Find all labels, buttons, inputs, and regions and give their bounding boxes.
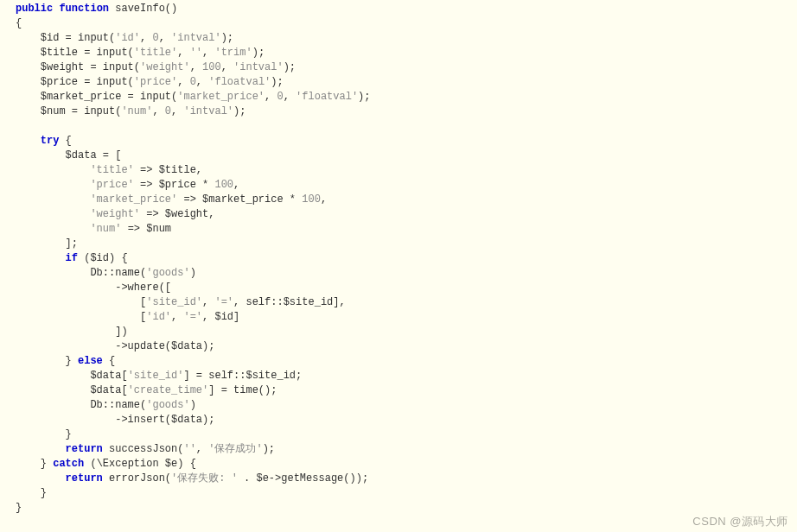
txt: } xyxy=(16,487,47,499)
txt xyxy=(16,443,66,455)
txt: , xyxy=(202,296,214,308)
txt: { xyxy=(103,355,115,367)
str: 'market_price' xyxy=(90,193,177,206)
str: 'price' xyxy=(90,179,133,191)
txt xyxy=(16,223,90,235)
txt: ->update($data); xyxy=(16,340,214,352)
str: 'weight' xyxy=(90,208,140,220)
str: 'intval' xyxy=(171,32,221,44)
str: 'goods' xyxy=(146,267,189,279)
str: 'title' xyxy=(134,47,177,59)
str: '=' xyxy=(214,296,233,308)
str: 'site_id' xyxy=(146,296,202,308)
str: 'floatval' xyxy=(208,76,271,88)
txt: ); xyxy=(271,76,283,88)
str: 'weight' xyxy=(140,61,190,73)
txt: $id = input( xyxy=(16,32,115,44)
txt: successJson( xyxy=(103,443,184,455)
str: 'floatval' xyxy=(296,91,358,103)
txt: } xyxy=(16,458,53,470)
txt: => $num xyxy=(121,223,171,235)
txt: $weight = input( xyxy=(16,61,140,73)
str: '保存失败: ' xyxy=(171,472,238,484)
txt: => $weight, xyxy=(140,208,214,220)
txt: } xyxy=(16,502,22,514)
txt: ) xyxy=(190,267,196,279)
num: 0 xyxy=(165,105,171,117)
txt: ); xyxy=(252,47,265,59)
txt: [ xyxy=(16,296,146,308)
str: '保存成功' xyxy=(208,443,262,455)
txt: ->where([ xyxy=(16,282,171,294)
watermark: CSDN @源码大师 xyxy=(692,514,788,529)
str: 'market_price' xyxy=(177,91,265,103)
txt xyxy=(16,208,90,220)
txt: , self::$site_id], xyxy=(233,296,346,308)
txt: $title = input( xyxy=(16,47,134,59)
str: 'intval' xyxy=(233,61,284,73)
txt: => $price * xyxy=(134,179,215,191)
txt: } xyxy=(16,355,78,367)
txt: [ xyxy=(16,311,146,323)
kw-else: else xyxy=(78,355,103,367)
str: 'trim' xyxy=(214,47,252,59)
txt xyxy=(16,179,90,191)
str: '' xyxy=(183,443,195,455)
brace: { xyxy=(16,17,22,29)
txt: Db::name( xyxy=(16,267,146,279)
txt xyxy=(16,193,90,206)
str: 'num' xyxy=(121,105,152,117)
txt: ); xyxy=(221,32,233,44)
txt: ); xyxy=(233,105,245,117)
num: 0 xyxy=(190,76,196,88)
txt: , xyxy=(171,311,183,323)
txt: $market_price = input( xyxy=(16,91,177,103)
str: 'create_time' xyxy=(128,384,209,396)
txt: , xyxy=(196,76,208,88)
txt: , xyxy=(171,105,183,117)
txt: , xyxy=(177,47,189,59)
num: 100 xyxy=(214,179,233,191)
txt: ] = time(); xyxy=(208,384,277,396)
txt xyxy=(16,164,90,176)
txt: , xyxy=(221,61,233,73)
str: 'intval' xyxy=(183,105,233,117)
str: 'title' xyxy=(90,164,133,176)
txt: => $title, xyxy=(134,164,202,176)
txt: } xyxy=(16,428,72,440)
kw-if: if xyxy=(66,252,78,264)
kw-public: public xyxy=(16,3,53,15)
txt: ); xyxy=(263,443,275,455)
num: 0 xyxy=(152,32,158,44)
txt: ($id) { xyxy=(78,252,128,264)
txt: $data[ xyxy=(16,384,128,396)
txt: Db::name( xyxy=(16,399,146,411)
str: 'id' xyxy=(146,311,171,323)
txt: ); xyxy=(284,61,296,73)
kw-try: try xyxy=(41,135,60,147)
str: '=' xyxy=(183,311,202,323)
code-block: public function saveInfo() { $id = input… xyxy=(0,0,797,516)
txt: , xyxy=(321,193,327,206)
txt: $price = input( xyxy=(16,76,134,88)
num: 100 xyxy=(302,193,321,206)
txt: ]; xyxy=(16,238,78,250)
txt: ) xyxy=(190,399,196,411)
str: 'site_id' xyxy=(128,370,184,382)
str: 'num' xyxy=(90,223,121,235)
kw-return: return xyxy=(66,472,103,484)
num: 100 xyxy=(202,61,221,73)
txt xyxy=(16,472,66,484)
txt: , xyxy=(190,61,202,73)
txt: , xyxy=(265,91,277,103)
txt: errorJson( xyxy=(103,472,171,484)
txt: , xyxy=(177,76,189,88)
str: 'goods' xyxy=(146,399,189,411)
kw-catch: catch xyxy=(53,458,84,470)
txt: , xyxy=(196,443,208,455)
txt: , xyxy=(284,91,296,103)
txt xyxy=(16,135,41,147)
txt: , xyxy=(152,105,164,117)
kw-return: return xyxy=(66,443,103,455)
txt: $num = input( xyxy=(16,105,121,117)
